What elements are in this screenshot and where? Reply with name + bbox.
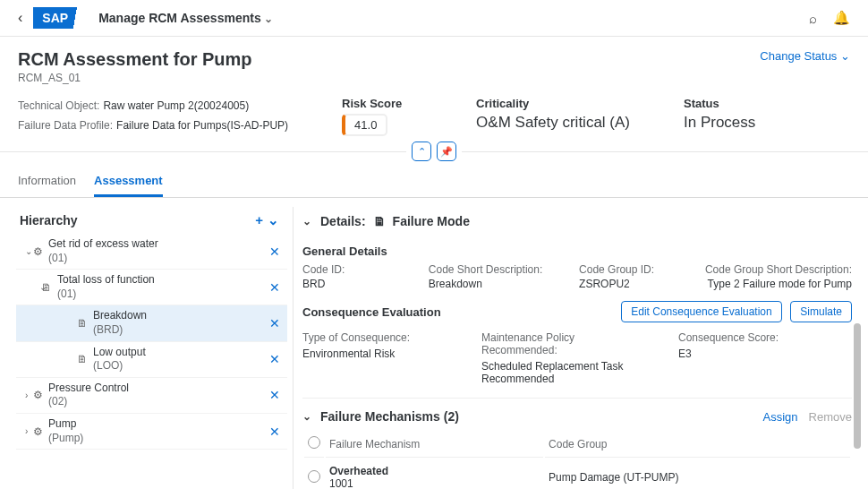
expand-icon[interactable]: ⌄	[18, 246, 30, 256]
failure-icon: 🗎	[39, 281, 54, 294]
tree-node-label[interactable]: Low output	[93, 346, 146, 358]
edit-consequence-button[interactable]: Edit Consequence Evaluation	[621, 301, 781, 322]
status-label: Status	[684, 97, 764, 110]
code-group-short-desc-label: Code Group Short Description:	[705, 263, 852, 276]
code-group-id-value: ZSROPU2	[579, 278, 668, 290]
consequence-eval-heading: Consequence Evaluation	[302, 305, 441, 319]
criticality-label: Criticality	[476, 97, 630, 110]
sap-logo: SAP	[33, 7, 84, 29]
tree-node-label[interactable]: Pressure Control	[48, 382, 129, 394]
risk-score-label: Risk Score	[342, 97, 422, 110]
fdp-label: Failure Data Profile:	[18, 119, 113, 132]
tree-node-label[interactable]: Get rid of excess water	[48, 237, 158, 250]
maint-policy-label: Maintenance Policy Recommended:	[481, 331, 642, 356]
collapse-header-button[interactable]: ⌃	[412, 142, 431, 161]
function-icon: ⚙	[30, 245, 45, 258]
delete-node-button[interactable]: ✕	[264, 388, 285, 402]
delete-node-button[interactable]: ✕	[264, 352, 285, 366]
page-subtitle: RCM_AS_01	[18, 72, 252, 84]
function-icon: ⚙	[30, 425, 45, 438]
mechanism-code: 1001	[329, 477, 353, 489]
risk-score-value: 41.0	[342, 114, 387, 136]
mode-icon: 🗎	[75, 317, 89, 330]
row-radio[interactable]	[308, 470, 320, 483]
delete-node-button[interactable]: ✕	[264, 244, 285, 259]
delete-node-button[interactable]: ✕	[264, 316, 285, 330]
tree-node-label[interactable]: Breakdown	[93, 309, 147, 322]
tech-obj-value: Raw water Pump 2(20024005)	[103, 99, 249, 112]
fdp-value: Failure Data for Pumps(IS-AD-PUP)	[116, 119, 288, 132]
tab-information[interactable]: Information	[18, 167, 76, 197]
simulate-button[interactable]: Simulate	[790, 301, 852, 322]
pin-header-button[interactable]: 📌	[437, 142, 456, 161]
hierarchy-add-button[interactable]: +	[255, 212, 268, 227]
code-id-value: BRD	[302, 278, 392, 290]
consequence-score-label: Consequence Score:	[678, 331, 779, 344]
col-failure-mechanism: Failure Mechanism	[326, 431, 543, 458]
table-row: Overheated1001Pump Damage (UT-PUMP)	[304, 459, 850, 489]
expand-icon[interactable]: ›	[18, 390, 30, 400]
collapse-details-icon[interactable]: ⌄	[302, 215, 313, 227]
change-status-button[interactable]: Change Status	[760, 49, 850, 63]
search-icon[interactable]: ⌕	[809, 11, 817, 26]
hierarchy-more-button[interactable]: ⌄	[268, 212, 284, 227]
code-group-id-label: Code Group ID:	[579, 263, 668, 276]
select-all-radio[interactable]	[308, 436, 320, 449]
status-value: In Process	[684, 114, 764, 132]
criticality-value: O&M Safety critical (A)	[476, 114, 630, 132]
failure-mode-icon: 🗎	[373, 214, 386, 228]
code-short-desc-label: Code Short Description:	[429, 263, 542, 276]
tree-node-label[interactable]: Total loss of function	[57, 273, 155, 286]
mode-icon: 🗎	[75, 353, 89, 365]
maint-policy-value: Scheduled Replacement Task Recommended	[481, 360, 642, 385]
mechanism-group: Pump Damage (UT-PUMP)	[545, 459, 850, 489]
code-short-desc-value: Breakdown	[429, 278, 542, 290]
tree-node-label[interactable]: Pump	[48, 417, 76, 430]
page-title: RCM Assessment for Pump	[18, 49, 252, 70]
expand-icon[interactable]: ›	[18, 426, 30, 436]
app-title-dropdown[interactable]: Manage RCM Assessments	[98, 11, 273, 25]
failure-mechanisms-heading: Failure Mechanisms (2)	[320, 409, 459, 424]
hierarchy-title: Hierarchy	[20, 213, 78, 227]
details-title-prefix: Details:	[320, 214, 366, 228]
collapse-mechanisms-icon[interactable]: ⌄	[302, 410, 313, 423]
assign-link[interactable]: Assign	[763, 410, 798, 424]
back-button[interactable]: ‹	[18, 10, 22, 26]
type-consequence-label: Type of Consequence:	[302, 331, 446, 344]
notifications-icon[interactable]: 🔔	[833, 10, 850, 26]
delete-node-button[interactable]: ✕	[264, 280, 285, 295]
delete-node-button[interactable]: ✕	[264, 425, 285, 439]
expand-icon[interactable]: ⌄	[18, 282, 39, 292]
code-group-short-desc-value: Type 2 Failure mode for Pump	[705, 278, 852, 290]
mechanism-name[interactable]: Overheated	[329, 465, 388, 477]
code-id-label: Code ID:	[302, 263, 392, 276]
function-icon: ⚙	[30, 389, 45, 401]
col-code-group: Code Group	[545, 431, 850, 458]
remove-link: Remove	[809, 410, 852, 424]
details-title: Failure Mode	[393, 214, 470, 228]
scrollbar[interactable]	[854, 323, 861, 449]
tab-assessment[interactable]: Assessment	[94, 167, 163, 197]
consequence-score-value: E3	[678, 347, 779, 360]
general-details-heading: General Details	[302, 244, 852, 258]
tech-obj-label: Technical Object:	[18, 99, 99, 112]
type-consequence-value: Environmental Risk	[302, 347, 446, 360]
